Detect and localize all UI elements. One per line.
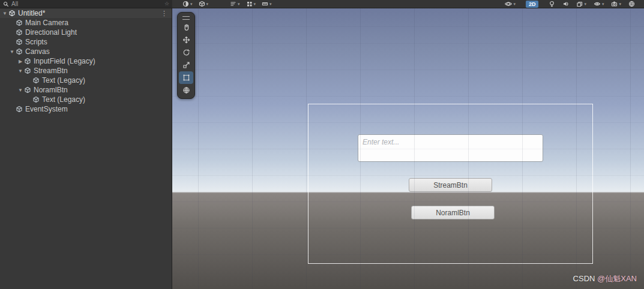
- transform-icon: [182, 86, 190, 94]
- search-filter-label: All: [11, 1, 162, 7]
- gameobject-cube-icon: [16, 48, 23, 55]
- gameobject-cube-icon: [24, 86, 31, 94]
- gameobject-cube-icon: [16, 106, 23, 113]
- draw-mode-dropdown[interactable]: ▾: [181, 0, 194, 8]
- globe-icon: [628, 1, 635, 7]
- gizmos-toggle[interactable]: [627, 0, 637, 8]
- scene-input-field[interactable]: Enter text...: [358, 134, 543, 162]
- cube-icon: [199, 1, 205, 7]
- hierarchy-item-scripts[interactable]: Scripts: [0, 37, 172, 47]
- noraml-button-label: NoramlBtn: [436, 209, 470, 217]
- scene-foldout-arrow[interactable]: ▼: [2, 11, 8, 16]
- scale-tool[interactable]: [179, 59, 193, 71]
- lightbulb-icon: [549, 1, 555, 7]
- hierarchy-item-label: Main Camera: [25, 19, 68, 27]
- eye-icon: [594, 1, 601, 7]
- scene-visibility-dropdown[interactable]: ▾: [592, 0, 606, 8]
- search-icon: [3, 1, 9, 7]
- hierarchy-item-directional-light[interactable]: Directional Light: [0, 28, 172, 37]
- chevron-down-icon: ▾: [584, 2, 586, 6]
- scene-viewport[interactable]: Enter text... StreamBtn NoramlBtn: [172, 8, 644, 289]
- scale-icon: [182, 61, 190, 69]
- hierarchy-item-label: Canvas: [25, 47, 50, 56]
- gameobject-cube-icon: [32, 96, 40, 103]
- hierarchy-item-label: InputField (Legacy): [34, 57, 95, 65]
- shaded-sphere-icon: [182, 1, 189, 7]
- transform-tool[interactable]: [179, 84, 193, 97]
- scene-noraml-button[interactable]: NoramlBtn: [411, 206, 495, 219]
- foldout-open-icon[interactable]: ▼: [8, 49, 16, 55]
- gameobject-cube-icon: [24, 58, 31, 65]
- chevron-down-icon: ▾: [254, 2, 256, 6]
- rect-icon: [182, 74, 190, 82]
- tool-palette: [177, 12, 195, 99]
- scene-header-row[interactable]: ▼ Untitled* ⋮: [0, 8, 172, 18]
- hierarchy-item-text-legacy-1[interactable]: Text (Legacy): [0, 76, 172, 85]
- rect-tool[interactable]: [179, 71, 193, 84]
- gameobject-cube-icon: [16, 29, 23, 36]
- hierarchy-item-main-camera[interactable]: Main Camera: [0, 18, 172, 28]
- chevron-down-icon: ▾: [190, 2, 193, 6]
- camera-icon: [611, 1, 618, 7]
- chevron-down-icon: ▾: [269, 2, 272, 6]
- palette-drag-handle[interactable]: [179, 14, 193, 21]
- hierarchy-item-canvas[interactable]: ▼ Canvas: [0, 47, 172, 56]
- debug-filter-dropdown[interactable]: ▾: [228, 0, 242, 8]
- foldout-closed-icon[interactable]: ▶: [17, 59, 24, 64]
- scene-stream-button[interactable]: StreamBtn: [409, 178, 492, 192]
- rotate-tool[interactable]: [179, 46, 193, 59]
- hand-tool[interactable]: [179, 21, 193, 34]
- hierarchy-item-label: Text (Legacy): [42, 95, 85, 104]
- hierarchy-item-noramlbtn[interactable]: ▼ NoramlBtn: [0, 85, 172, 95]
- hierarchy-item-streambtn[interactable]: ▼ StreamBtn: [0, 66, 172, 76]
- hand-icon: [182, 23, 190, 31]
- hierarchy-item-label: Scripts: [25, 38, 47, 46]
- chevron-down-icon: ▾: [238, 2, 240, 6]
- save-search-icon[interactable]: ☆: [164, 1, 169, 7]
- scene-audio-toggle[interactable]: [561, 0, 571, 8]
- top-bar: All ☆ ▾ ▾ ▾: [0, 0, 644, 8]
- hierarchy-search-bar[interactable]: All ☆: [0, 0, 172, 8]
- watermark: CSDN @仙魁XAN: [573, 273, 637, 284]
- scene-view-toolbar: ▾ ▾ ▾ ▾: [172, 0, 644, 8]
- chevron-down-icon: ▾: [602, 2, 604, 6]
- stream-button-label: StreamBtn: [433, 181, 468, 189]
- hierarchy-item-label: StreamBtn: [34, 67, 68, 75]
- 2d-mode-toggle[interactable]: 2D: [526, 1, 539, 8]
- foldout-open-icon[interactable]: ▼: [17, 88, 24, 93]
- measure-dropdown[interactable]: ▾: [260, 0, 274, 8]
- hierarchy-panel: ▼ Untitled* ⋮ Main Camera Directional Li…: [0, 8, 172, 289]
- gameobject-cube-icon: [32, 77, 40, 84]
- unity-scene-icon: [8, 10, 16, 17]
- orbit-icon: [505, 1, 512, 7]
- foldout-open-icon[interactable]: ▼: [17, 68, 24, 74]
- layers-icon: [576, 1, 583, 7]
- scene-toolbar-right-group: ▾ 2D ▾: [503, 0, 637, 8]
- render-mode-dropdown[interactable]: ▾: [197, 0, 211, 8]
- scene-lighting-toggle[interactable]: [547, 0, 557, 8]
- gameobject-cube-icon: [16, 38, 23, 46]
- chevron-down-icon: ▾: [619, 2, 621, 6]
- scene-title: Untitled*: [18, 9, 45, 17]
- hierarchy-item-label: Text (Legacy): [42, 76, 85, 85]
- grid-snap-dropdown[interactable]: ▾: [244, 0, 258, 8]
- hierarchy-item-inputfield[interactable]: ▶ InputField (Legacy): [0, 56, 172, 66]
- kebab-menu-icon[interactable]: ⋮: [159, 10, 169, 17]
- move-icon: [182, 36, 190, 44]
- camera-settings-dropdown[interactable]: ▾: [609, 0, 623, 8]
- grid-dots-icon: [246, 1, 253, 7]
- speaker-icon: [562, 1, 569, 7]
- watermark-prefix: CSDN: [573, 274, 597, 283]
- rotate-icon: [182, 49, 190, 56]
- move-tool[interactable]: [179, 34, 193, 46]
- unity-editor-window: All ☆ ▾ ▾ ▾: [0, 0, 644, 289]
- filter-lines-icon: [230, 1, 236, 7]
- camera-orbit-dropdown[interactable]: ▾: [503, 0, 517, 8]
- input-placeholder: Enter text...: [363, 138, 399, 146]
- scene-effects-dropdown[interactable]: ▾: [574, 0, 588, 8]
- hierarchy-item-text-legacy-2[interactable]: Text (Legacy): [0, 95, 172, 104]
- hierarchy-item-eventsystem[interactable]: EventSystem: [0, 104, 172, 114]
- watermark-username: @仙魁XAN: [597, 274, 637, 283]
- hierarchy-item-label: Directional Light: [25, 28, 77, 37]
- chevron-down-icon: ▾: [513, 2, 516, 6]
